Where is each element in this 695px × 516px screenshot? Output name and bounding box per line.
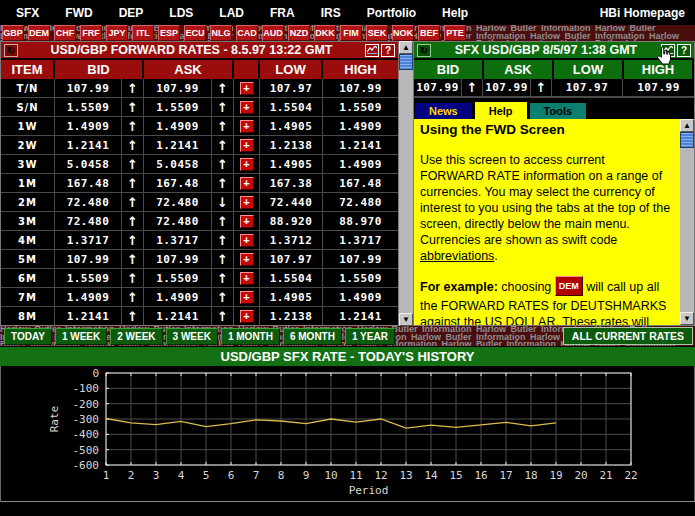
sfx-panel: ↻ SFX USD/GBP 8/5/97 1:38 GMT ? BID ASK … [413,41,695,326]
expand-plus-button[interactable]: + [240,158,254,171]
currency-tab-aud[interactable]: AUD [262,25,284,41]
low-value: 107.97 [260,250,323,269]
scrollbar-track[interactable] [399,70,413,313]
svg-text:15: 15 [449,469,462,482]
scroll-down-icon[interactable]: ▼ [399,313,413,326]
period-button-1-month[interactable]: 1 MONTH [221,328,280,345]
tab-news[interactable]: News [415,103,472,119]
period-button-1-year[interactable]: 1 YEAR [345,328,395,345]
expand-cell: + [234,117,260,136]
ask-value: 107.99 [144,250,212,269]
expand-plus-button[interactable]: + [240,139,254,152]
currency-tab-chf[interactable]: CHF [54,25,76,41]
menu-item-fra[interactable]: FRA [270,6,295,20]
expand-plus-button[interactable]: + [240,120,254,133]
currency-tab-gbp[interactable]: GBP [2,25,24,41]
col-low: LOW [260,60,323,79]
period-button-today[interactable]: TODAY [4,328,52,345]
expand-plus-button[interactable]: + [240,196,254,209]
expand-plus-button[interactable]: + [240,177,254,190]
svg-text:21: 21 [599,469,612,482]
currency-tab-nlg[interactable]: NLG [210,25,232,41]
hbi-homepage-link[interactable]: HBi Homepage [600,6,685,20]
menu-item-fwd[interactable]: FWD [65,6,92,20]
period-button-1-week[interactable]: 1 WEEK [55,328,107,345]
ask-direction-icon: ↑ [212,155,234,174]
currency-tab-cad[interactable]: CAD [236,25,258,41]
expand-plus-button[interactable]: + [240,253,254,266]
currency-tab-nzd[interactable]: NZD [288,25,310,41]
svg-text:14: 14 [424,469,438,482]
refresh-icon[interactable]: ↻ [4,44,18,57]
expand-plus-button[interactable]: + [240,82,254,95]
abbreviations-link[interactable]: abbreviations [420,249,494,263]
currency-tab-dkk[interactable]: DKK [314,25,336,41]
scroll-up-icon[interactable]: ▲ [680,119,694,132]
currency-tab-itl[interactable]: ITL [132,25,154,41]
high-value: 1.3717 [323,231,398,250]
bid-direction-icon: ↑ [122,79,144,98]
chart-icon[interactable] [661,44,675,57]
period-button-2-week[interactable]: 2 WEEK [110,328,162,345]
menu-item-irs[interactable]: IRS [321,6,341,20]
ask-direction-icon: ↑ [531,79,552,97]
menu-item-sfx[interactable]: SFX [16,6,39,20]
tab-help[interactable]: Help [475,102,527,119]
low-value: 1.3712 [260,231,323,250]
svg-text:-100: -100 [73,382,100,395]
chart-icon[interactable] [365,44,379,57]
currency-tab-fim[interactable]: FIM [340,25,362,41]
period-buttons-row: TODAY1 WEEK2 WEEK3 WEEK1 MONTH6 MONTH1 Y… [0,326,695,346]
sfx-title-bar: ↻ SFX USD/GBP 8/5/97 1:38 GMT ? [414,42,694,60]
scrollbar-thumb[interactable] [680,132,694,148]
bid-value: 1.5509 [55,269,122,288]
currency-tab-dem[interactable]: DEM [28,25,50,41]
menu-item-portfolio[interactable]: Portfolio [367,6,416,20]
svg-text:5: 5 [203,469,210,482]
menu-item-dep[interactable]: DEP [119,6,144,20]
help-text: Use this screen to access current FORWAR… [420,153,670,247]
menu-item-lds[interactable]: LDS [169,6,193,20]
item-cell: 1M [1,174,55,193]
currency-tab-pte[interactable]: PTE [444,25,466,41]
currency-tab-frf[interactable]: FRF [80,25,102,41]
forward-rates-scrollbar[interactable]: ▲ ▼ [399,41,413,326]
tab-tools[interactable]: Tools [530,103,587,119]
currency-tab-esp[interactable]: ESP [158,25,180,41]
help-icon[interactable]: ? [677,44,691,57]
svg-text:-200: -200 [73,398,100,411]
svg-text:-300: -300 [73,413,100,426]
expand-plus-button[interactable]: + [240,310,254,323]
expand-plus-button[interactable]: + [240,272,254,285]
menu-item-lad[interactable]: LAD [219,6,244,20]
period-button-6-month[interactable]: 6 MONTH [283,328,342,345]
all-current-rates-button[interactable]: ALL CURRENT RATES [563,327,693,345]
expand-cell: + [234,98,260,117]
ask-value: 1.2141 [144,307,212,325]
expand-plus-button[interactable]: + [240,215,254,228]
currency-tab-nok[interactable]: NOK [392,25,414,41]
menu-item-help[interactable]: Help [442,6,468,20]
bid-direction-icon: ↑ [122,136,144,155]
bid-value: 107.99 [55,250,122,269]
expand-cell: + [234,79,260,98]
scrollbar-thumb[interactable] [399,54,413,70]
help-scrollbar[interactable]: ▲ ▼ [680,119,694,325]
currency-tab-sek[interactable]: SEK [366,25,388,41]
currency-tab-jpy[interactable]: JPY [106,25,128,41]
help-icon[interactable]: ? [381,44,395,57]
expand-plus-button[interactable]: + [240,234,254,247]
svg-text:18: 18 [524,469,537,482]
expand-plus-button[interactable]: + [240,101,254,114]
table-row-8m: 8M1.2141↑1.2141↑+1.21381.2141 [1,307,398,325]
currency-tab-ecu[interactable]: ECU [184,25,206,41]
refresh-icon[interactable]: ↻ [417,44,431,57]
scroll-down-icon[interactable]: ▼ [680,312,694,325]
period-button-3-week[interactable]: 3 WEEK [166,328,218,345]
expand-plus-button[interactable]: + [240,291,254,304]
low-value: 88.920 [260,212,323,231]
currency-tab-bef[interactable]: BEF [418,25,440,41]
scrollbar-track[interactable] [680,148,694,312]
scroll-up-icon[interactable]: ▲ [399,41,413,54]
table-row-1w: 1W1.4909↑1.4909↑+1.49051.4909 [1,117,398,136]
